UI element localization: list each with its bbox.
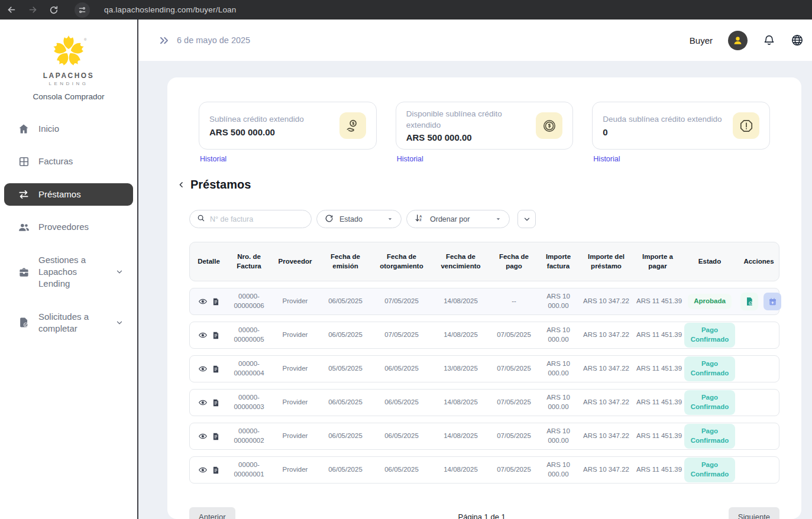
view-detail-eye-icon[interactable]: [198, 330, 208, 340]
provider-name: Provider: [270, 432, 320, 441]
view-detail-eye-icon[interactable]: [198, 465, 208, 475]
row-actions: [739, 293, 783, 310]
due-date: 14/08/2025: [432, 297, 489, 306]
sidebar-item-label: Solicitudes a completar: [38, 311, 107, 335]
payable-amount: ARS 11 451.39: [635, 465, 681, 475]
payment-date: 07/05/2025: [489, 465, 539, 475]
status-badge: Pago Confirmado: [684, 458, 735, 482]
grant-date: 07/05/2025: [371, 297, 432, 306]
sidebar-item-label: Gestiones a Lapachos Lending: [38, 254, 107, 290]
browser-forward-icon[interactable]: [27, 5, 38, 15]
chevron-down-icon: [115, 319, 124, 327]
column-header: Fecha de pago: [489, 252, 539, 271]
schedule-payment-calendar-icon[interactable]: [764, 293, 781, 310]
card-sublinea-credito: Sublínea crédito extendido ARS 500 000.0…: [199, 102, 377, 150]
notifications-bell-icon[interactable]: [763, 34, 775, 47]
invoice-search-input[interactable]: [210, 215, 305, 223]
language-globe-icon[interactable]: [791, 34, 804, 47]
issue-date: 06/05/2025: [320, 398, 371, 407]
invoice-number: 00000-00000006: [228, 292, 270, 310]
sidebar-item-gestiones[interactable]: Gestiones a Lapachos Lending: [4, 249, 133, 296]
invoice-receipt-icon[interactable]: [212, 398, 220, 407]
estado-filter-button[interactable]: Estado: [316, 210, 402, 228]
ordenar-filter-button[interactable]: AZ Ordenar por: [406, 210, 510, 228]
payable-amount: ARS 11 451.39: [635, 330, 681, 340]
issue-date: 06/05/2025: [320, 330, 371, 340]
invoice-number: 00000-00000005: [228, 326, 270, 344]
historial-link[interactable]: Historial: [593, 155, 620, 163]
hand-coin-icon: [339, 112, 366, 139]
sidebar-item-inicio[interactable]: Inicio: [4, 118, 133, 140]
browser-back-icon[interactable]: [6, 5, 17, 15]
table-body: 00000-00000006 Provider 06/05/2025 07/05…: [189, 288, 779, 484]
sidebar-item-label: Proveedores: [38, 221, 125, 233]
topbar: 6 de mayo de 2025 Buyer: [138, 20, 812, 61]
payable-amount: ARS 11 451.39: [635, 398, 681, 407]
invoice-receipt-icon[interactable]: [212, 466, 220, 475]
sidebar-item-label: Préstamos: [38, 189, 125, 200]
user-role-label: Buyer: [690, 35, 713, 46]
invoice-amount: ARS 10 000.00: [539, 326, 578, 344]
grant-date: 06/05/2025: [371, 398, 432, 407]
column-header: Proveedor: [270, 257, 320, 267]
card-disponible-sublinea: Disponible sublínea crédito extendido AR…: [396, 102, 574, 150]
chevron-down-icon: [387, 216, 393, 222]
issue-date: 06/05/2025: [320, 297, 371, 306]
invoice-number: 00000-00000003: [228, 393, 270, 411]
page-title: Préstamos: [190, 178, 251, 192]
briefcase-icon: [17, 267, 30, 278]
more-filters-button[interactable]: [517, 210, 536, 228]
card-value: 0: [603, 127, 722, 137]
invoice-amount: ARS 10 000.00: [539, 292, 578, 310]
next-page-button[interactable]: Siguiente: [729, 507, 779, 519]
invoice-receipt-icon[interactable]: [212, 297, 220, 306]
column-header: Importe factura: [539, 252, 578, 271]
historial-link[interactable]: Historial: [200, 155, 227, 163]
view-detail-eye-icon[interactable]: [198, 364, 208, 374]
due-date: 14/08/2025: [432, 465, 489, 475]
payment-date: --: [489, 297, 539, 306]
confirm-document-icon[interactable]: [740, 293, 758, 310]
provider-name: Provider: [270, 398, 320, 407]
brand-subtitle: LENDING: [0, 81, 137, 86]
loan-amount: ARS 10 347.22: [578, 364, 635, 374]
status-badge: Pago Confirmado: [684, 323, 735, 347]
view-detail-eye-icon[interactable]: [198, 297, 208, 306]
issue-date: 06/05/2025: [320, 465, 371, 475]
sidebar-item-proveedores[interactable]: Proveedores: [4, 216, 133, 239]
loan-amount: ARS 10 347.22: [578, 465, 635, 475]
sidebar-collapse-icon[interactable]: [158, 35, 170, 46]
chevron-down-icon: [523, 215, 531, 223]
column-header: Estado: [681, 257, 739, 267]
previous-page-button[interactable]: Anterior: [189, 507, 235, 519]
payable-amount: ARS 11 451.39: [635, 297, 681, 306]
historial-link[interactable]: Historial: [397, 155, 423, 163]
table-header: DetalleNro. de FacturaProveedorFecha de …: [189, 242, 779, 281]
browser-refresh-icon[interactable]: [48, 5, 59, 15]
column-header: Nro. de Factura: [228, 252, 270, 271]
sidebar-item-prestamos[interactable]: Préstamos: [4, 183, 133, 206]
estado-filter-label: Estado: [339, 215, 363, 223]
user-avatar[interactable]: [728, 31, 748, 50]
due-date: 14/08/2025: [432, 330, 489, 340]
view-detail-eye-icon[interactable]: [198, 398, 208, 407]
site-settings-icon[interactable]: [75, 2, 90, 18]
invoice-amount: ARS 10 000.00: [539, 460, 578, 479]
payment-date: 07/05/2025: [489, 398, 539, 407]
sidebar-item-facturas[interactable]: Facturas: [4, 150, 133, 173]
card-value: ARS 500 000.00: [406, 132, 530, 142]
invoice-number: 00000-00000001: [228, 460, 270, 479]
sidebar-item-solicitudes[interactable]: Solicitudes a completar: [4, 306, 133, 340]
address-bar-url[interactable]: qa.lapachoslending.com/buyer/Loan: [104, 5, 237, 14]
invoice-receipt-icon[interactable]: [212, 365, 220, 374]
invoice-receipt-icon[interactable]: [212, 432, 220, 441]
payable-amount: ARS 11 451.39: [635, 364, 681, 374]
sort-az-icon: AZ: [415, 213, 424, 225]
column-header: Detalle: [190, 257, 228, 267]
view-detail-eye-icon[interactable]: [198, 432, 208, 441]
grant-date: 06/05/2025: [371, 432, 432, 441]
chevron-down-icon: [115, 268, 124, 276]
back-chevron-icon[interactable]: [177, 180, 185, 190]
pagination: Anterior Página 1 de 1 Siguiente: [189, 507, 779, 519]
invoice-receipt-icon[interactable]: [212, 331, 220, 340]
